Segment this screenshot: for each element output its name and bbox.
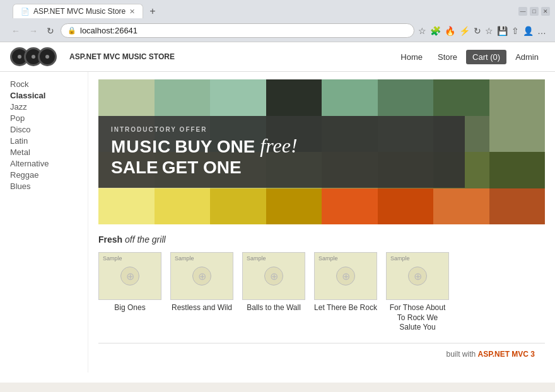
album-item-restless[interactable]: Sample Restless and Wild: [170, 252, 233, 333]
grid-cell: [98, 188, 155, 225]
grid-cell: [489, 116, 546, 153]
maximize-button[interactable]: □: [530, 7, 539, 16]
album-thumb-let-there: Sample: [314, 252, 377, 300]
grid-cell: [98, 79, 155, 116]
grid-cell: [489, 79, 546, 116]
site-title: ASP.NET MVC MUSIC STORE: [69, 52, 175, 61]
fresh-rest: off the grill: [122, 234, 165, 245]
album-thumb-for-those: Sample: [386, 252, 449, 300]
album-vinyl-circle: [120, 267, 139, 285]
hero-sale-text: SALE: [111, 158, 158, 178]
grid-cell: [378, 188, 434, 225]
save-icon[interactable]: 💾: [497, 26, 508, 36]
site-nav: Home Store Cart (0) Admin: [394, 50, 545, 64]
album-sample-label: Sample: [390, 255, 410, 262]
url-bar[interactable]: 🔒 localhost:26641: [61, 23, 414, 38]
site-header: ASP.NET MVC MUSIC STORE Home Store Cart …: [0, 42, 555, 72]
grid-cell: [322, 188, 378, 225]
star-icon[interactable]: ☆: [418, 26, 426, 36]
album-sample-label: Sample: [247, 255, 266, 262]
grid-cell: [266, 79, 322, 116]
grid-cell: [210, 79, 266, 116]
sidebar-item-latin[interactable]: Latin: [10, 136, 78, 146]
sidebar-item-reggae[interactable]: Reggae: [10, 170, 78, 180]
album-vinyl-circle: [192, 267, 211, 285]
hero-line2: SALE GET ONE: [111, 158, 452, 178]
menu-icon[interactable]: …: [537, 26, 546, 36]
grid-cell: [433, 188, 489, 225]
album-item-let-there[interactable]: Sample Let There Be Rock: [314, 252, 377, 333]
nav-cart[interactable]: Cart (0): [466, 50, 506, 64]
refresh2-icon[interactable]: ↻: [474, 26, 481, 36]
tab-close-button[interactable]: ✕: [129, 8, 135, 16]
share-icon[interactable]: ⇧: [511, 26, 519, 36]
url-text: localhost:26641: [80, 26, 407, 35]
fresh-heading: Fresh off the grill: [98, 234, 545, 245]
forward-button[interactable]: →: [26, 25, 40, 37]
album-item-big-ones[interactable]: Sample Big Ones: [98, 252, 161, 333]
hero-free-text: free!: [260, 134, 297, 158]
sidebar-item-pop[interactable]: Pop: [10, 113, 78, 123]
sidebar-item-classical[interactable]: Classical: [10, 91, 78, 100]
album-name-restless: Restless and Wild: [170, 303, 233, 313]
content-area: INTRODUCTORY OFFER MUSIC BUY ONE free! S…: [88, 72, 555, 372]
grid-cell: [433, 79, 489, 116]
album-sample-label: Sample: [103, 255, 122, 262]
page-wrapper: ASP.NET MVC MUSIC STORE Home Store Cart …: [0, 42, 555, 383]
albums-row: Sample Big Ones Sample Restless and Wild…: [98, 252, 545, 333]
nav-admin[interactable]: Admin: [509, 50, 545, 64]
sidebar-item-blues[interactable]: Blues: [10, 182, 78, 191]
album-name-let-there: Let There Be Rock: [314, 303, 377, 313]
address-bar: ← → ↻ 🔒 localhost:26641 ☆ 🧩 🔥 ⚡ ↻ ☆ 💾 ⇧ …: [5, 21, 550, 42]
new-tab-button[interactable]: +: [146, 4, 159, 18]
album-thumb-restless: Sample: [170, 252, 233, 300]
grid-cell: [266, 188, 322, 225]
main-content: Rock Classical Jazz Pop Disco Latin Meta…: [0, 72, 555, 372]
minimize-button[interactable]: —: [518, 7, 527, 16]
hero-buy-text: BUY ONE: [175, 137, 255, 157]
album-sample-label: Sample: [318, 255, 338, 262]
bookmark-icon[interactable]: ☆: [485, 26, 493, 36]
tab-page-icon: 📄: [21, 8, 30, 16]
album-vinyl-circle: [264, 267, 283, 285]
logo-discs: [10, 47, 52, 66]
album-item-for-those[interactable]: Sample For Those About To Rock We Salute…: [386, 252, 449, 333]
hero-get-text: GET ONE: [162, 158, 242, 178]
browser-toolbar-icons: ☆ 🧩 🔥 ⚡ ↻ ☆ 💾 ⇧ 👤 …: [418, 26, 546, 36]
fresh-bold: Fresh: [98, 234, 122, 245]
sidebar: Rock Classical Jazz Pop Disco Latin Meta…: [0, 72, 88, 372]
extension-icon[interactable]: 🧩: [430, 26, 441, 36]
flame-icon[interactable]: 🔥: [445, 26, 455, 36]
album-name-balls: Balls to the Wall: [242, 303, 305, 313]
browser-chrome: 📄 ASP.NET MVC Music Store ✕ + — □ ✕ ← → …: [0, 0, 555, 42]
account-icon[interactable]: 👤: [523, 26, 534, 36]
close-window-button[interactable]: ✕: [541, 7, 550, 16]
translate-icon[interactable]: ⚡: [459, 26, 470, 36]
grid-cell: [489, 152, 546, 188]
refresh-button[interactable]: ↻: [44, 25, 57, 37]
grid-cell: [155, 79, 211, 116]
nav-home[interactable]: Home: [394, 50, 429, 64]
active-tab[interactable]: 📄 ASP.NET MVC Music Store ✕: [13, 4, 143, 18]
grid-cell: [155, 188, 211, 225]
disc-3: [38, 47, 57, 66]
sidebar-item-jazz[interactable]: Jazz: [10, 102, 78, 112]
footer-link[interactable]: ASP.NET MVC 3: [478, 350, 535, 359]
hero-intro-text: INTRODUCTORY OFFER: [111, 126, 452, 133]
sidebar-item-rock[interactable]: Rock: [10, 79, 78, 89]
grid-cell: [378, 79, 434, 116]
nav-store[interactable]: Store: [431, 50, 464, 64]
sidebar-item-alternative[interactable]: Alternative: [10, 159, 78, 168]
album-name-big-ones: Big Ones: [98, 303, 161, 313]
album-item-balls[interactable]: Sample Balls to the Wall: [242, 252, 305, 333]
lock-icon: 🔒: [67, 26, 76, 35]
album-vinyl-circle: [408, 267, 427, 285]
sidebar-item-metal[interactable]: Metal: [10, 147, 78, 157]
grid-cell: [322, 79, 378, 116]
back-button[interactable]: ←: [9, 25, 23, 37]
hero-banner: INTRODUCTORY OFFER MUSIC BUY ONE free! S…: [98, 79, 545, 224]
hero-music-text: MUSIC: [111, 137, 171, 157]
album-thumb-balls: Sample: [242, 252, 305, 300]
album-name-for-those: For Those About To Rock We Salute You: [386, 303, 449, 333]
sidebar-item-disco[interactable]: Disco: [10, 125, 78, 134]
